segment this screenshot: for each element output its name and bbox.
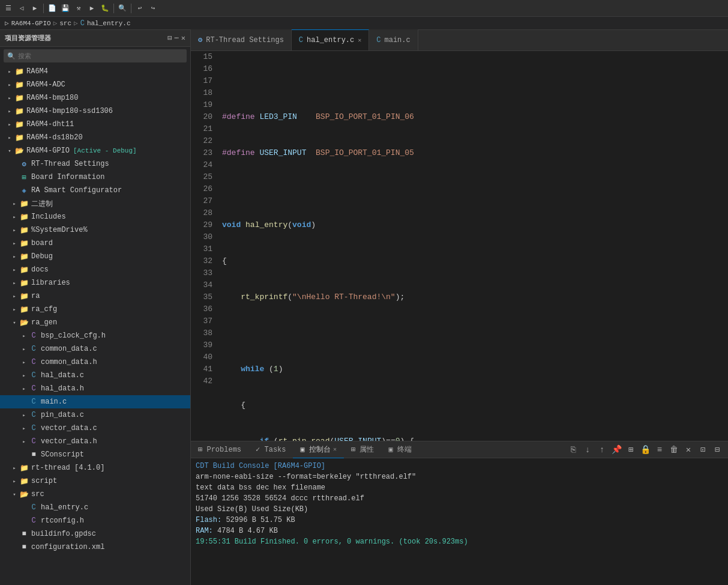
- panel-tab-properties[interactable]: ⊞ 属性: [344, 441, 381, 458]
- tree-item-includes[interactable]: 📁 Includes: [0, 210, 190, 223]
- tab-hal-entry-c[interactable]: C hal_entry.c ✕: [292, 29, 369, 50]
- toolbar-undo-icon[interactable]: ↩: [134, 2, 146, 14]
- code-line-15: [222, 75, 728, 87]
- tree-item-ra6m4-gpio[interactable]: 📂 RA6M4-GPIO [Active - Debug]: [0, 144, 190, 157]
- tree-item-script[interactable]: 📁 script: [0, 474, 190, 488]
- tree-item-ra-gen[interactable]: 📂 ra_gen: [0, 316, 190, 329]
- code-editor[interactable]: 15 16 17 18 19 20 21 22 23 24 25 26 27 2…: [191, 51, 728, 441]
- tree-item-board-information[interactable]: ⊞ Board Information: [0, 171, 190, 184]
- tree-item-docs[interactable]: 📁 docs: [0, 263, 190, 276]
- tree-item-buildinfo[interactable]: ■ buildinfo.gpdsc: [0, 527, 190, 541]
- toolbar-search-icon[interactable]: 🔍: [116, 2, 128, 14]
- search-bar[interactable]: 🔍: [4, 49, 187, 62]
- panel-toolbar-down-icon[interactable]: ↓: [582, 445, 594, 455]
- toolbar-save-icon[interactable]: 💾: [59, 2, 71, 14]
- tree-item-ra6m4[interactable]: 📁 RA6M4: [0, 65, 190, 78]
- tree-item-bsp-clock-cfg-h[interactable]: C bsp_clock_cfg.h: [0, 329, 190, 342]
- main-layout: 项目资源管理器 ⊟ ⋯ ✕ 🔍 📁 RA6M4 📁 RA6M4-ADC: [0, 30, 728, 585]
- tab-close-hal-entry-c[interactable]: ✕: [358, 37, 361, 44]
- code-line-19: void hal_entry(void): [222, 219, 728, 231]
- tree-item-configuration-xml[interactable]: ■ configuration.xml: [0, 541, 190, 554]
- panel-tab-tasks[interactable]: ✓ Tasks: [248, 441, 293, 458]
- panel-toolbar-menu-icon[interactable]: ≡: [654, 445, 666, 455]
- toolbar-forward-icon[interactable]: ▶: [29, 2, 41, 14]
- sidebar-collapse-icon[interactable]: ⊟: [167, 34, 172, 43]
- tab-rt-thread-settings[interactable]: ⚙ RT-Thread Settings: [191, 29, 292, 50]
- tree-arrow: [5, 146, 14, 156]
- sidebar-menu-icon[interactable]: ⋯: [175, 34, 179, 43]
- breadcrumb-folder[interactable]: src: [59, 20, 71, 27]
- code-line-24: {: [222, 399, 728, 411]
- build-result-text: 19:55:31 Build Finished. 0 errors, 0 war…: [196, 538, 468, 546]
- panel-tab-label-tasks: ✓ Tasks: [256, 445, 286, 454]
- tree-item-hal-data-h[interactable]: C hal_data.h: [0, 382, 190, 395]
- tree-item-ra[interactable]: 📁 ra: [0, 289, 190, 303]
- tree-item-pin-data-c[interactable]: C pin_data.c: [0, 408, 190, 422]
- tree-item-libraries[interactable]: 📁 libraries: [0, 276, 190, 289]
- tree-item-ra6m4-adc[interactable]: 📁 RA6M4-ADC: [0, 78, 190, 91]
- line-num-36: 36: [196, 303, 212, 315]
- tree-item-ra6m4-bmp180-ssd1306[interactable]: 📁 RA6M4-bmp180-ssd1306: [0, 105, 190, 118]
- toolbar-run-icon[interactable]: ▶: [86, 2, 98, 14]
- tree-item-rt-thread-settings[interactable]: ⚙ RT-Thread Settings: [0, 157, 190, 171]
- tree-item-ra6m4-dht11[interactable]: 📁 RA6M4-dht11: [0, 118, 190, 131]
- tree-label-sconscript: SConscript: [41, 450, 84, 459]
- tree-label-libraries: libraries: [31, 279, 70, 287]
- c-file-icon: C: [29, 423, 38, 433]
- tree-item-systemdrive[interactable]: 📁 %SystemDrive%: [0, 223, 190, 237]
- tree-item-rt-thread[interactable]: 📁 rt-thread [4.1.0]: [0, 461, 190, 474]
- tree-item-hal-entry-c[interactable]: C hal_entry.c: [0, 501, 190, 514]
- tree-item-hal-data-c[interactable]: C hal_data.c: [0, 369, 190, 382]
- panel-toolbar-minimize-icon[interactable]: ⊟: [711, 444, 723, 455]
- tree-item-src[interactable]: 📂 src: [0, 488, 190, 501]
- tree-arrow-ra6m4: [5, 67, 14, 76]
- panel-toolbar-up-icon[interactable]: ↑: [596, 445, 608, 455]
- toolbar-back-icon[interactable]: ◁: [16, 2, 28, 14]
- tab-c-icon: C: [299, 36, 303, 44]
- tree-item-ra6m4-bmp180[interactable]: 📁 RA6M4-bmp180: [0, 91, 190, 105]
- sidebar-actions: ⊟ ⋯ ✕: [167, 34, 185, 43]
- breadcrumb-file[interactable]: hal_entry.c: [87, 20, 131, 27]
- tree-item-rtconfig-h[interactable]: C rtconfig.h: [0, 514, 190, 527]
- panel-toolbar-clear-icon[interactable]: 🗑: [668, 445, 680, 455]
- line-num-37: 37: [196, 315, 212, 327]
- breadcrumb-project[interactable]: RA6M4-GPIO: [11, 20, 51, 27]
- toolbar-new-icon[interactable]: 📄: [46, 2, 58, 14]
- tree-item-debug[interactable]: 📁 Debug: [0, 250, 190, 263]
- line-num-31: 31: [196, 243, 212, 255]
- panel-toolbar-close-icon[interactable]: ✕: [682, 444, 694, 455]
- panel-toolbar-dupe-icon[interactable]: ⊞: [625, 444, 637, 455]
- tree-item-ra6m4-ds18b20[interactable]: 📁 RA6M4-ds18b20: [0, 131, 190, 144]
- tree-item-ra-cfg[interactable]: 📁 ra_cfg: [0, 303, 190, 316]
- tab-label-hal-entry-c: hal_entry.c: [307, 36, 354, 44]
- panel-tab-console[interactable]: ▣ 控制台 ✕: [293, 441, 343, 458]
- panel-tab-terminal[interactable]: ▣ 终端: [381, 441, 418, 458]
- panel-toolbar-pin-icon[interactable]: 📌: [610, 444, 622, 455]
- tab-main-c[interactable]: C main.c: [369, 29, 418, 50]
- tab-label-main-c: main.c: [385, 36, 411, 44]
- tree-arrow: [5, 106, 14, 116]
- tree-item-vector-data-c[interactable]: C vector_data.c: [0, 422, 190, 435]
- tree-arrow: [10, 318, 19, 327]
- tree-item-common-data-c[interactable]: C common_data.c: [0, 342, 190, 356]
- panel-tab-problems[interactable]: ⊞ Problems: [191, 441, 248, 458]
- tree-item-binary[interactable]: 📁 二进制: [0, 197, 190, 210]
- toolbar-build-icon[interactable]: ⚒: [73, 2, 85, 14]
- tree-item-sconscript[interactable]: ■ SConscript: [0, 448, 190, 461]
- sidebar-close-icon[interactable]: ✕: [181, 34, 185, 43]
- panel-toolbar-copy-icon[interactable]: ⎘: [567, 445, 579, 455]
- toolbar-redo-icon[interactable]: ↪: [147, 2, 159, 14]
- tree-item-common-data-h[interactable]: C common_data.h: [0, 356, 190, 369]
- search-input[interactable]: [18, 52, 183, 59]
- tree-item-ra-smart-configurator[interactable]: ◈ RA Smart Configurator: [0, 184, 190, 197]
- tree-item-board[interactable]: 📁 board: [0, 237, 190, 250]
- panel-toolbar-maximize-icon[interactable]: ⊡: [697, 444, 709, 455]
- folder-open-icon: 📂: [14, 146, 24, 156]
- toolbar-debug-icon[interactable]: 🐛: [99, 2, 111, 14]
- panel-toolbar-lock-icon[interactable]: 🔒: [639, 444, 651, 455]
- tree-item-main-c[interactable]: C main.c: [0, 395, 190, 408]
- toolbar-menu-icon[interactable]: ☰: [2, 2, 14, 14]
- tree-item-vector-data-h[interactable]: C vector_data.h: [0, 435, 190, 448]
- folder-icon: 📁: [14, 120, 24, 129]
- panel-tab-close-console[interactable]: ✕: [333, 446, 337, 453]
